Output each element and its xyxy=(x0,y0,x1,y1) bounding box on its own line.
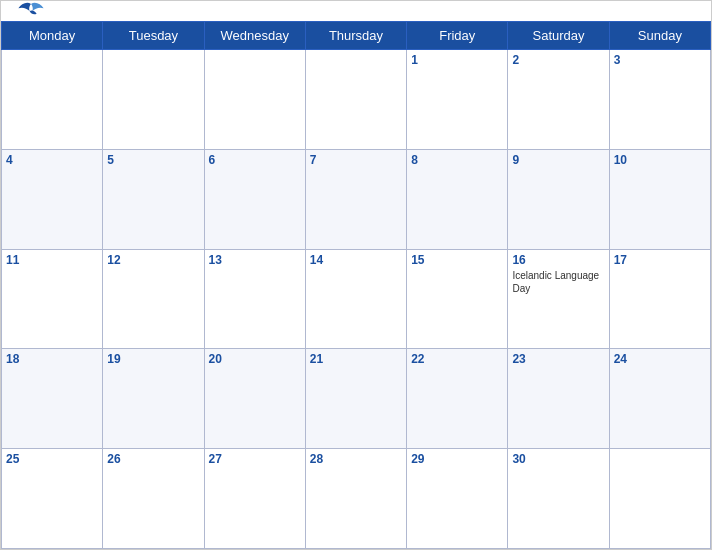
table-row: 1 xyxy=(407,50,508,150)
table-row: 6 xyxy=(204,149,305,249)
week-row-1: 45678910 xyxy=(2,149,711,249)
day-number: 23 xyxy=(512,352,604,366)
day-number: 18 xyxy=(6,352,98,366)
table-row: 13 xyxy=(204,249,305,349)
day-header-thursday: Thursday xyxy=(305,22,406,50)
day-header-saturday: Saturday xyxy=(508,22,609,50)
calendar-header xyxy=(1,1,711,21)
table-row: 19 xyxy=(103,349,204,449)
table-row: 4 xyxy=(2,149,103,249)
day-header-sunday: Sunday xyxy=(609,22,710,50)
day-number: 15 xyxy=(411,253,503,267)
day-number: 7 xyxy=(310,153,402,167)
table-row: 29 xyxy=(407,449,508,549)
day-number: 24 xyxy=(614,352,706,366)
day-number: 5 xyxy=(107,153,199,167)
table-row: 16Icelandic Language Day xyxy=(508,249,609,349)
week-row-2: 111213141516Icelandic Language Day17 xyxy=(2,249,711,349)
table-row: 18 xyxy=(2,349,103,449)
table-row: 26 xyxy=(103,449,204,549)
table-row: 10 xyxy=(609,149,710,249)
day-number: 30 xyxy=(512,452,604,466)
day-number: 17 xyxy=(614,253,706,267)
table-row: 12 xyxy=(103,249,204,349)
day-header-wednesday: Wednesday xyxy=(204,22,305,50)
day-number: 27 xyxy=(209,452,301,466)
day-number: 8 xyxy=(411,153,503,167)
table-row: 3 xyxy=(609,50,710,150)
day-number: 26 xyxy=(107,452,199,466)
day-number: 13 xyxy=(209,253,301,267)
day-header-monday: Monday xyxy=(2,22,103,50)
table-row: 24 xyxy=(609,349,710,449)
day-headers-row: MondayTuesdayWednesdayThursdayFridaySatu… xyxy=(2,22,711,50)
page-wrapper: MondayTuesdayWednesdayThursdayFridaySatu… xyxy=(0,0,712,550)
event-label: Icelandic Language Day xyxy=(512,269,604,295)
table-row: 14 xyxy=(305,249,406,349)
table-row xyxy=(103,50,204,150)
day-number: 2 xyxy=(512,53,604,67)
table-row xyxy=(305,50,406,150)
table-row: 11 xyxy=(2,249,103,349)
table-row: 15 xyxy=(407,249,508,349)
table-row xyxy=(2,50,103,150)
day-number: 12 xyxy=(107,253,199,267)
day-number: 14 xyxy=(310,253,402,267)
table-row: 21 xyxy=(305,349,406,449)
day-number: 4 xyxy=(6,153,98,167)
week-row-0: 123 xyxy=(2,50,711,150)
table-row: 20 xyxy=(204,349,305,449)
day-number: 28 xyxy=(310,452,402,466)
table-row xyxy=(609,449,710,549)
day-number: 11 xyxy=(6,253,98,267)
day-number: 1 xyxy=(411,53,503,67)
table-row: 7 xyxy=(305,149,406,249)
table-row: 5 xyxy=(103,149,204,249)
day-number: 6 xyxy=(209,153,301,167)
logo-area xyxy=(17,1,45,21)
day-number: 9 xyxy=(512,153,604,167)
day-number: 20 xyxy=(209,352,301,366)
table-row: 25 xyxy=(2,449,103,549)
table-row xyxy=(204,50,305,150)
day-number: 10 xyxy=(614,153,706,167)
day-number: 19 xyxy=(107,352,199,366)
day-number: 25 xyxy=(6,452,98,466)
day-number: 21 xyxy=(310,352,402,366)
table-row: 9 xyxy=(508,149,609,249)
table-row: 2 xyxy=(508,50,609,150)
week-row-3: 18192021222324 xyxy=(2,349,711,449)
day-header-tuesday: Tuesday xyxy=(103,22,204,50)
table-row: 17 xyxy=(609,249,710,349)
table-row: 22 xyxy=(407,349,508,449)
table-row: 30 xyxy=(508,449,609,549)
table-row: 28 xyxy=(305,449,406,549)
table-row: 8 xyxy=(407,149,508,249)
week-row-4: 252627282930 xyxy=(2,449,711,549)
calendar-table: MondayTuesdayWednesdayThursdayFridaySatu… xyxy=(1,21,711,549)
logo-bird-icon xyxy=(17,1,45,21)
day-number: 16 xyxy=(512,253,604,267)
day-number: 29 xyxy=(411,452,503,466)
day-number: 3 xyxy=(614,53,706,67)
day-header-friday: Friday xyxy=(407,22,508,50)
table-row: 23 xyxy=(508,349,609,449)
day-number: 22 xyxy=(411,352,503,366)
table-row: 27 xyxy=(204,449,305,549)
